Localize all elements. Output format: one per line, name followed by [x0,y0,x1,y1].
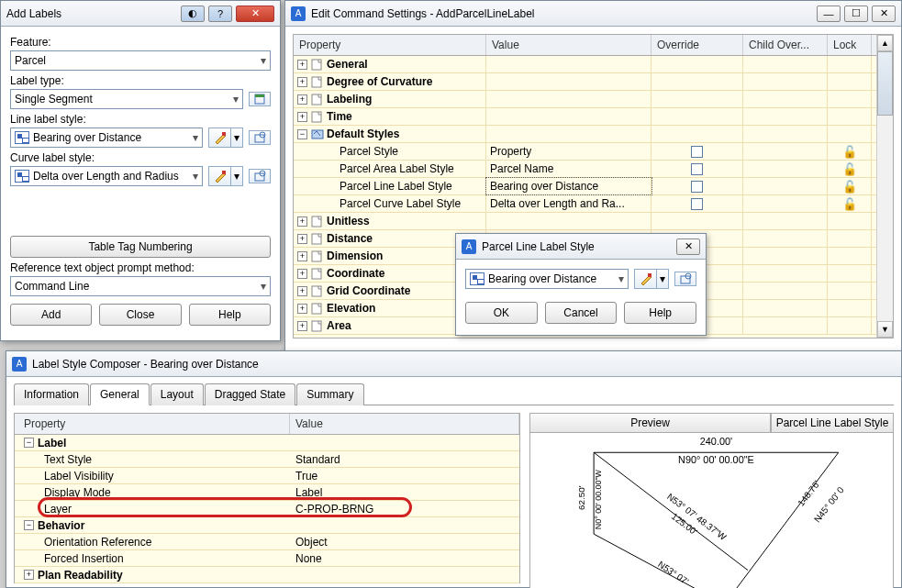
plls-edit-button[interactable] [634,269,656,289]
expand-toggle[interactable]: + [297,94,307,105]
preview-canvas[interactable]: 240.00' N90° 00' 00.00"E 62.50' N0° 00' … [529,433,894,588]
svg-rect-16 [312,234,321,244]
composer-titlebar[interactable]: A Label Style Composer - Bearing over Di… [6,351,901,377]
tree-item-row[interactable]: Parcel Style Property 🔓 [294,143,876,161]
vertical-scrollbar[interactable]: ▲ ▼ [876,35,893,338]
lock-icon[interactable]: 🔓 [842,197,857,211]
svg-rect-10 [312,60,321,70]
svg-rect-14 [312,130,323,139]
expand-toggle[interactable]: − [24,438,34,448]
override-checkbox[interactable] [691,146,703,158]
tab-dragged state[interactable]: Dragged State [205,383,295,405]
close-button[interactable]: ✕ [236,6,274,22]
expand-toggle[interactable]: + [297,304,307,314]
linelabel-edit-button[interactable] [208,128,230,148]
expand-toggle[interactable]: − [24,520,34,530]
override-checkbox[interactable] [691,198,703,210]
svg-rect-18 [312,269,321,279]
plls-style-combo[interactable]: Bearing over Distance▾ [465,269,629,289]
expand-toggle[interactable]: + [297,321,307,331]
expand-toggle[interactable]: + [297,251,307,261]
close-button[interactable]: ✕ [872,6,896,22]
linelabel-combo[interactable]: Bearing over Distance▾ [10,128,203,148]
tree-item-row[interactable]: Parcel Line Label Style Bearing over Dis… [294,178,876,195]
property-row[interactable]: Label Visibility True [15,468,519,484]
expand-toggle[interactable]: + [297,77,307,87]
expand-toggle[interactable]: + [297,216,307,227]
linelabel-edit-dropdown[interactable]: ▾ [230,128,243,148]
style-group-icon [311,128,324,140]
property-row[interactable]: Forced Insertion None [15,550,519,567]
tree-group-row[interactable]: +General [294,56,876,73]
plls-pick-button[interactable] [674,272,696,286]
close-button[interactable]: ✕ [676,239,700,255]
property-row[interactable]: Layer C-PROP-BRNG [15,501,519,517]
ok-button[interactable]: OK [465,302,538,324]
property-row[interactable]: Orientation Reference Object [15,534,519,550]
tab-information[interactable]: Information [14,383,89,405]
close-button[interactable]: Close [99,304,181,326]
folder-icon [311,58,324,71]
help-button[interactable]: Help [624,302,696,324]
lock-icon[interactable]: 🔓 [842,162,857,176]
svg-line-29 [594,452,748,570]
tree-group-row[interactable]: +Labeling [294,91,876,108]
folder-icon [311,93,324,105]
expand-toggle[interactable]: + [297,112,307,122]
property-group-row[interactable]: −Behavior [15,517,519,534]
scroll-thumb[interactable] [877,51,893,116]
expand-toggle[interactable]: + [297,234,307,244]
tree-item-row[interactable]: Parcel Curve Label Style Delta over Leng… [294,195,876,213]
pin-button[interactable]: ◐ [181,6,205,22]
cancel-button[interactable]: Cancel [545,302,618,324]
property-grid[interactable]: Property Value −Label Text Style Standar… [14,413,520,583]
expand-toggle[interactable]: + [297,286,307,296]
tree-group-row[interactable]: +Degree of Curvature [294,73,876,91]
scroll-up-button[interactable]: ▲ [877,35,893,51]
curvelabel-pick-button[interactable] [249,169,271,183]
expand-toggle[interactable]: + [297,269,307,279]
property-group-row[interactable]: −Label [15,435,519,451]
property-row[interactable]: Text Style Standard [15,451,519,468]
tab-general[interactable]: General [90,383,150,405]
add-button[interactable]: Add [10,304,92,326]
override-checkbox[interactable] [691,163,703,175]
help-button[interactable]: Help [189,304,271,326]
table-tag-numbering-button[interactable]: Table Tag Numbering [10,236,271,258]
minimize-button[interactable]: — [817,6,841,22]
composer-title: Label Style Composer - Bearing over Dist… [32,358,896,371]
add-labels-titlebar[interactable]: Add Labels ◐ ? ✕ [1,1,280,27]
tab-layout[interactable]: Layout [150,383,204,405]
svg-rect-1 [255,94,264,97]
feature-combo[interactable]: Parcel▾ [10,50,271,71]
edit-command-titlebar[interactable]: A Edit Command Settings - AddParcelLineL… [285,1,901,27]
tree-item-row[interactable]: Parcel Area Label Style Parcel Name 🔓 [294,161,876,178]
svg-rect-3 [222,132,226,136]
property-group-row[interactable]: +Plan Readability [15,567,519,583]
labeltype-combo[interactable]: Single Segment▾ [10,89,243,109]
override-checkbox[interactable] [691,181,703,193]
curvelabel-edit-button[interactable] [208,166,230,186]
tab-summary[interactable]: Summary [296,383,363,405]
curvelabel-combo[interactable]: Delta over Length and Radius▾ [10,166,203,186]
labeltype-label: Label type: [10,74,271,87]
expand-toggle[interactable]: + [297,60,307,70]
plls-edit-dropdown[interactable]: ▾ [656,269,669,289]
linelabel-pick-button[interactable] [249,130,271,145]
help-button[interactable]: ? [208,6,232,22]
curvelabel-edit-dropdown[interactable]: ▾ [230,166,243,186]
property-row[interactable]: Display Mode Label [15,484,519,501]
tree-group-row[interactable]: +Time [294,108,876,126]
scroll-down-button[interactable]: ▼ [877,321,893,338]
tree-group-row[interactable]: +Unitless [294,213,876,230]
plls-titlebar[interactable]: A Parcel Line Label Style ✕ [456,234,706,260]
lock-icon[interactable]: 🔓 [842,180,857,194]
maximize-button[interactable]: ☐ [844,6,868,22]
lock-icon[interactable]: 🔓 [842,145,857,159]
expand-toggle[interactable]: − [297,129,307,139]
refmethod-combo[interactable]: Command Line▾ [10,276,271,296]
plls-title: Parcel Line Label Style [482,240,676,253]
labeltype-settings-button[interactable] [249,92,271,106]
tree-group-row[interactable]: −Default Styles [294,126,876,143]
expand-toggle[interactable]: + [24,570,34,580]
